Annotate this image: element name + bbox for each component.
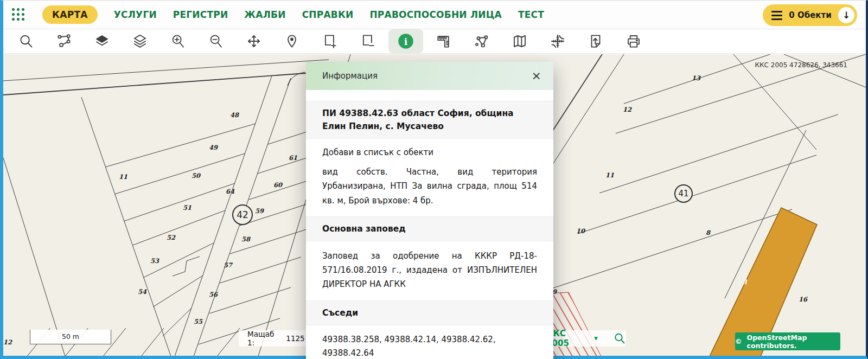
- parcel-number: 57: [224, 261, 232, 269]
- parcel-number: 52: [167, 234, 175, 241]
- parcel-number: 51: [183, 204, 192, 211]
- nav-item-registri[interactable]: РЕГИСТРИ: [173, 9, 228, 20]
- select-remove-rect-icon[interactable]: [349, 29, 387, 53]
- map-sheets-icon[interactable]: [501, 29, 539, 53]
- close-icon[interactable]: ×: [532, 70, 541, 82]
- nav-item-karta-active[interactable]: КАРТА: [42, 5, 98, 24]
- app-window: КАРТА УСЛУГИ РЕГИСТРИ ЖАЛБИ СПРАВКИ ПРАВ…: [0, 0, 868, 359]
- parcel-number: 55: [194, 318, 202, 325]
- objects-list-button[interactable]: 0 Обекти ↓: [763, 4, 857, 26]
- parcel-number: 53: [150, 257, 159, 265]
- cadastral-block-number: 41: [674, 184, 693, 203]
- apps-grid-icon[interactable]: [12, 8, 25, 21]
- cadastral-block-number: 42: [232, 204, 253, 225]
- nav-item-uslugi[interactable]: УСЛУГИ: [114, 9, 157, 20]
- parcel-number: 49: [209, 144, 218, 151]
- parcel-number: 50: [192, 172, 200, 180]
- geodetic-grid-icon[interactable]: [539, 29, 577, 53]
- copyright-icon: ©: [735, 337, 742, 345]
- parcel-title: ПИ 49388.42.63 област София, община Елин…: [306, 101, 553, 139]
- parcel-number: 10: [576, 227, 585, 235]
- nav-item-test[interactable]: ТЕСТ: [518, 9, 544, 20]
- add-to-objects-link[interactable]: Добави в списък с обекти: [322, 148, 537, 157]
- info-popup-body: ПИ 49388.42.63 област София, община Елин…: [306, 90, 553, 359]
- osm-attribution-badge[interactable]: © OpenStreetMap contributors.: [735, 332, 840, 350]
- parcel-number: 11: [119, 173, 127, 181]
- neighbors-section-header: Съседи: [306, 300, 553, 325]
- parcel-number: 12: [623, 106, 631, 113]
- hamburger-icon: [771, 11, 782, 20]
- parcel-number: 59: [255, 207, 264, 215]
- print-icon[interactable]: [615, 29, 653, 53]
- zoom-in-icon[interactable]: [159, 29, 197, 53]
- neighbors-list: 49388.38.258, 49388.42.14, 49388.42.62, …: [322, 333, 537, 359]
- locate-pin-icon[interactable]: [273, 29, 311, 53]
- select-add-rect-icon[interactable]: [311, 29, 349, 53]
- scale-label: Мащаб 1:: [247, 330, 280, 347]
- crs-coordinates-readout: ККС 2005 4728626, 343661: [755, 61, 847, 69]
- map-scale-bar: 50 m: [30, 330, 111, 344]
- parcel-number: 11: [605, 171, 614, 179]
- parcel-number: 16: [799, 296, 807, 303]
- objects-count-label: 0 Обекти: [788, 10, 833, 20]
- scale-value: 1125: [286, 334, 304, 343]
- parcel-number: 1: [743, 278, 748, 286]
- measure-ruler-icon[interactable]: [425, 29, 463, 53]
- parcel-number: 56: [209, 291, 218, 298]
- order-text: Заповед за одобрение на КККР РД-18-571/1…: [322, 249, 537, 292]
- coordinates-search-icon[interactable]: [613, 332, 626, 345]
- map-toolbar: i: [3, 29, 866, 54]
- osm-attribution-text: OpenStreetMap contributors.: [747, 334, 841, 350]
- pan-tool-icon[interactable]: [235, 29, 273, 53]
- top-nav: КАРТА УСЛУГИ РЕГИСТРИ ЖАЛБИ СПРАВКИ ПРАВ…: [3, 1, 866, 29]
- parcel-number: 61: [289, 154, 297, 162]
- download-arrow-button[interactable]: ↓: [838, 7, 854, 23]
- popup-title: Информация: [322, 71, 532, 81]
- info-tool-icon-active[interactable]: i: [388, 29, 423, 53]
- crs-dropdown-caret-icon[interactable]: ▼: [594, 336, 598, 341]
- parcel-number: 58: [241, 235, 250, 243]
- layers-icon[interactable]: [121, 29, 159, 53]
- parcel-details-text: вид собств. Частна, вид територия Урбани…: [322, 165, 537, 208]
- measure-area-icon[interactable]: [463, 29, 501, 53]
- parcel-number: 12: [3, 338, 12, 346]
- info-popup-header: Информация ×: [306, 62, 553, 90]
- parcel-number: 64: [226, 188, 234, 195]
- svg-text:i: i: [404, 36, 408, 47]
- parcel-number: 13: [692, 74, 700, 82]
- search-tool-icon[interactable]: [7, 29, 45, 53]
- parcel-number: 8: [706, 229, 710, 236]
- info-popup: Информация × ПИ 49388.42.63 област София…: [306, 62, 553, 359]
- measure-route-icon[interactable]: [45, 29, 83, 53]
- nav-item-spravki[interactable]: СПРАВКИ: [302, 9, 354, 20]
- order-section-header: Основна заповед: [306, 216, 553, 241]
- parcel-number: 60: [273, 181, 282, 189]
- nav-item-zhalbi[interactable]: ЖАЛБИ: [244, 9, 285, 20]
- zoom-out-icon[interactable]: [197, 29, 235, 53]
- layers-active-icon[interactable]: [83, 29, 121, 53]
- parcel-number: 48: [230, 111, 239, 119]
- export-document-icon[interactable]: [577, 29, 615, 53]
- nav-item-pravosposobni-litsa[interactable]: ПРАВОСПОСОБНИ ЛИЦА: [369, 9, 502, 20]
- parcel-number: 54: [138, 288, 146, 296]
